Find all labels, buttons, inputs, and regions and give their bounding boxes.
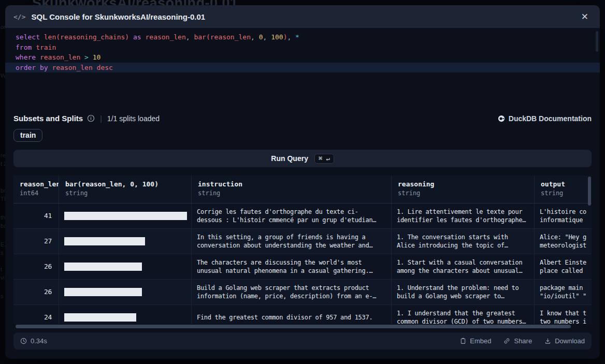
close-icon[interactable]: ✕ [578,10,592,23]
modal-title: SQL Console for SkunkworksAI/reasoning-0… [31,12,205,21]
run-query-button[interactable]: Run Query ⌘ ↵ [13,150,592,167]
query-footer: 0.34s Embed [13,332,592,350]
splits-heading: Subsets and Splits [13,114,83,123]
run-query-label: Run Query [271,154,308,163]
col-header-output[interactable]: output string [534,176,592,203]
embed-icon [460,338,466,344]
table-body: 41Corrige les fautes d'orthographe du te… [13,203,592,324]
share-button[interactable]: Share [503,337,532,345]
cell-instruction: Corrige les fautes d'orthographe du text… [191,203,391,228]
cell-output: package main "io/ioutil" " [534,280,592,304]
sql-console-modal: </> SQL Console for SkunkworksAI/reasoni… [5,5,600,359]
background-fragment: s [1,250,4,256]
screen: SkunkworksAI/reasoning-0.01 orrWreet 2bo… [0,0,605,364]
cell-reasoning: 1. I understand that the greatestcommon … [391,305,534,324]
bar-visualization [64,237,145,245]
clock-icon [20,338,27,344]
info-icon[interactable] [87,114,95,122]
splits-row: Subsets and Splits | 1/1 splits loaded [13,114,592,123]
download-icon [544,338,551,344]
cell-output: Alice: "Hey gmeteorologist [534,229,592,254]
kbd-shortcut: ⌘ ↵ [314,154,334,164]
bar-visualization [64,288,142,296]
split-chip-train[interactable]: train [13,129,42,142]
table-row[interactable]: 41Corrige les fautes d'orthographe du te… [13,203,592,229]
cell-reasoning: 1. Start with a casual conversationamong… [391,254,534,279]
sql-line[interactable]: where reason_len > 10 [5,52,600,63]
cell-bar [59,254,191,279]
cell-reason-len: 26 [13,254,59,279]
bar-visualization [64,212,187,220]
table-horizontal-scrollbar[interactable] [16,325,571,328]
duckdb-icon [498,115,505,122]
table-row[interactable]: 24Find the greatest common divisor of 95… [13,305,592,324]
cell-reason-len: 41 [13,203,59,228]
cell-output: L'histoire coinformatique [534,203,592,228]
divider: | [100,114,102,123]
splits-status: 1/1 splits loaded [107,114,160,123]
table-header: reason_len int64 bar(reason_len, 0, 100)… [13,176,592,203]
cell-output: Albert Einsteplace called [534,254,592,279]
cell-instruction: The characters are discussing the world'… [191,254,391,279]
sql-line[interactable]: from train [5,42,600,53]
download-button[interactable]: Download [544,337,585,345]
cell-reason-len: 27 [13,229,59,254]
editor-scrollbar[interactable] [596,31,598,52]
col-header-instruction[interactable]: instruction string [191,176,391,203]
cell-reasoning: 1. The conversation starts withAlice int… [391,229,534,254]
cell-instruction: In this setting, a group of friends is h… [191,229,391,254]
cell-instruction: Find the greatest common divisor of 957 … [191,305,391,324]
col-header-reasoning[interactable]: reasoning string [391,176,534,203]
bar-visualization [64,313,136,322]
cell-bar [59,203,191,228]
embed-button[interactable]: Embed [460,337,491,345]
background-fragment: s [1,293,4,299]
cell-reason-len: 26 [13,280,59,304]
table-row[interactable]: 27In this setting, a group of friends is… [13,229,592,254]
table-horizontal-scrollbar-track [13,325,592,328]
cell-output: I know that ttwo numbers i [534,305,592,324]
cell-reason-len: 24 [13,305,59,324]
background-fragment: t [1,266,2,272]
duckdb-doc-link[interactable]: DuckDB Documentation [498,114,592,123]
cell-bar [59,305,191,324]
share-link-icon [503,338,510,344]
footer-actions: Embed Share [460,337,585,345]
code-icon: </> [13,13,25,21]
table-row[interactable]: 26Build a Golang web scraper that extrac… [13,280,592,305]
cell-reasoning: 1. Understand the problem: need tobuild … [391,280,534,304]
col-header-bar[interactable]: bar(reason_len, 0, 100) string [59,176,191,203]
table-row[interactable]: 26The characters are discussing the worl… [13,254,592,280]
sql-line[interactable]: select len(reasoning_chains) as reason_l… [5,32,600,42]
col-header-reason-len[interactable]: reason_len int64 [13,176,59,203]
cell-reasoning: 1. Lire attentivement le texte pourident… [391,203,534,228]
sql-line-active[interactable]: order by reason_len desc [5,63,600,73]
cell-instruction: Build a Golang web scraper that extracts… [191,280,391,304]
split-chips: train [13,129,592,142]
bar-visualization [64,263,142,271]
cell-bar [59,280,191,304]
cell-bar [59,229,191,254]
results-table: reason_len int64 bar(reason_len, 0, 100)… [13,176,592,324]
query-timing: 0.34s [20,337,47,345]
background-fragment: vi [1,274,5,281]
sql-editor[interactable]: select len(reasoning_chains) as reason_l… [5,28,600,112]
table-vertical-scrollbar[interactable] [588,177,591,206]
modal-titlebar: </> SQL Console for SkunkworksAI/reasoni… [5,5,600,28]
